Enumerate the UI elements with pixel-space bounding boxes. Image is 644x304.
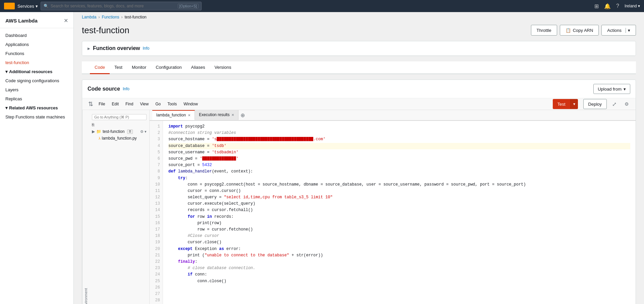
lambda-file-icon: λ	[99, 136, 101, 140]
tab-monitor[interactable]: Monitor	[127, 61, 151, 74]
sidebar-item-code-signing[interactable]: Code signing configurations	[0, 76, 73, 85]
folder-badge: ⠿	[127, 130, 133, 134]
folder-icon: 📁	[96, 129, 101, 134]
function-overview-header[interactable]: ▶ Function overview Info	[82, 41, 636, 56]
help-icon[interactable]: ?	[616, 3, 619, 9]
root-folder-name: test-function	[103, 129, 124, 134]
menu-find[interactable]: Find	[122, 100, 137, 108]
code-line-12: conn = psycopg2.connect(host = source_ho…	[168, 182, 630, 188]
code-source-header: Code source Info Upload from ▾	[82, 80, 636, 98]
throttle-button[interactable]: Throttle	[531, 25, 557, 36]
sidebar-item-replicas[interactable]: Replicas	[0, 94, 73, 103]
code-content[interactable]: import psycopg2 #connection string varia…	[163, 121, 636, 304]
menu-file[interactable]: File	[95, 100, 108, 108]
code-source-info-link[interactable]: Info	[123, 87, 129, 91]
sidebar-header: AWS Lambda ✕	[0, 12, 73, 28]
tab-configuration[interactable]: Configuration	[151, 61, 186, 74]
services-menu[interactable]: Services ▾	[17, 4, 38, 9]
menu-window[interactable]: Window	[180, 100, 201, 108]
sidebar-item-applications[interactable]: Applications	[0, 40, 73, 49]
code-view: 1 2 3 4 5 6 7 8 9 10 11 12 13	[150, 121, 636, 304]
sidebar-nav: Dashboard Applications Functions test-fu…	[0, 28, 73, 124]
grid-icon[interactable]: ⊞	[594, 3, 599, 9]
page-title: test-function	[82, 25, 129, 36]
code-line-10: def lambda_handler(event, context):	[168, 168, 630, 175]
folder-gear-icon[interactable]: ⚙ ▾	[140, 130, 147, 134]
code-line-15: cursor.execute(select_query)	[168, 201, 630, 207]
tab-aliases[interactable]: Aliases	[186, 61, 210, 74]
tab-close-execution[interactable]: ✕	[231, 113, 234, 117]
code-line-25: print ("unable to connect to the databas…	[168, 252, 630, 259]
code-line-21: #Close cursor	[168, 233, 630, 239]
search-bar[interactable]: 🔍 [Option+S]	[41, 2, 202, 10]
sidebar-title: AWS Lambda	[5, 18, 38, 23]
additional-resources-toggle[interactable]: ▾ Additional resources	[0, 67, 73, 76]
sidebar-item-layers[interactable]: Layers	[0, 85, 73, 94]
sidebar: AWS Lambda ✕ Dashboard Applications Func…	[0, 12, 74, 304]
settings-icon[interactable]: ⚙	[622, 100, 632, 108]
sidebar-item-step-functions[interactable]: Step Functions state machines	[0, 112, 73, 121]
file-tree-copy-icon: ⎘	[89, 121, 149, 128]
breadcrumb-lambda[interactable]: Lambda	[82, 15, 96, 19]
test-button[interactable]: Test	[553, 99, 570, 109]
editor-tabs: lambda_function ✕ Execution results ✕ ⊕	[150, 110, 636, 120]
copy-files-icon: ⎘	[92, 122, 94, 127]
search-input[interactable]	[51, 4, 176, 8]
code-line-1: import psycopg2	[168, 123, 630, 130]
related-aws-resources-toggle[interactable]: ▾ Related AWS resources	[0, 103, 73, 112]
bell-icon[interactable]: 🔔	[604, 3, 611, 9]
code-line-6: source_username = 'tsdbadmin'	[168, 149, 630, 156]
menu-edit[interactable]: Edit	[108, 100, 122, 108]
search-shortcut: [Option+S]	[178, 4, 199, 8]
upload-from-button[interactable]: Upload from ▾	[593, 84, 630, 94]
tab-versions[interactable]: Versions	[210, 61, 236, 74]
editor-tab-execution[interactable]: Execution results ✕	[195, 110, 238, 120]
file-tree-root[interactable]: ▶ 📁 test-function ⠿ ⚙ ▾	[89, 128, 149, 135]
menu-tools[interactable]: Tools	[164, 100, 180, 108]
sidebar-item-test-function[interactable]: test-function	[0, 58, 73, 67]
region-selector[interactable]: Ireland ▾	[625, 4, 640, 8]
actions-button[interactable]: Actions ▾	[601, 25, 636, 36]
code-line-16: records = cursor.fetchall()	[168, 207, 630, 213]
copy-icon: 📋	[566, 28, 571, 33]
aws-logo	[4, 3, 15, 9]
function-overview-info-link[interactable]: Info	[143, 46, 149, 51]
sidebar-item-dashboard[interactable]: Dashboard	[0, 31, 73, 40]
expand-icon[interactable]: ⇅	[86, 100, 95, 108]
code-line-26: finally:	[168, 259, 630, 265]
collapse-icon: ▶	[88, 47, 90, 50]
menu-view[interactable]: View	[137, 100, 152, 108]
test-caret-button[interactable]: ▾	[570, 99, 578, 109]
page-header: test-function Throttle 📋 Copy ARN Action…	[74, 22, 644, 41]
breadcrumb-current: test-function	[124, 15, 146, 19]
editor-tab-lambda[interactable]: lambda_function ✕	[152, 110, 195, 120]
nav-right: ⊞ 🔔 ? Ireland ▾	[594, 3, 640, 9]
code-line-28: if conn:	[168, 271, 630, 278]
file-tree-file[interactable]: λ lambda_function.py	[89, 135, 149, 142]
code-line-19: print(row)	[168, 220, 630, 226]
tab-test[interactable]: Test	[110, 61, 127, 74]
sidebar-close-button[interactable]: ✕	[64, 17, 68, 24]
fullscreen-icon[interactable]: ⤢	[609, 100, 619, 109]
add-tab-button[interactable]: ⊕	[238, 112, 247, 118]
file-name: lambda_function.py	[102, 136, 137, 141]
main-tabs: Code Test Monitor Configuration Aliases …	[82, 61, 636, 74]
breadcrumb-functions[interactable]: Functions	[102, 15, 119, 19]
code-line-3: #connection string variables	[168, 130, 630, 136]
file-search-input[interactable]	[92, 114, 147, 120]
test-button-group: Test ▾	[553, 99, 578, 109]
sidebar-item-functions[interactable]: Functions	[0, 49, 73, 58]
code-line-8: source_port = 5432	[168, 162, 630, 168]
deploy-button[interactable]: Deploy	[583, 99, 607, 109]
tab-close-lambda[interactable]: ✕	[188, 113, 191, 117]
code-source-title-area: Code source Info	[88, 86, 129, 92]
editor-body: Environment ⎘ ▶ 📁 test-function ⠿ ⚙ ▾	[82, 110, 636, 304]
menu-go[interactable]: Go	[152, 100, 164, 108]
function-overview-card: ▶ Function overview Info	[82, 41, 636, 56]
code-line-14: select_query = "select id,time,cpu from …	[168, 194, 630, 201]
code-line-13: cursor = conn.cursor()	[168, 188, 630, 194]
code-line-29: conn.close()	[168, 278, 630, 285]
breadcrumb: Lambda › Functions › test-function	[74, 12, 644, 19]
copy-arn-button[interactable]: 📋 Copy ARN	[560, 25, 599, 36]
tab-code[interactable]: Code	[90, 61, 110, 74]
